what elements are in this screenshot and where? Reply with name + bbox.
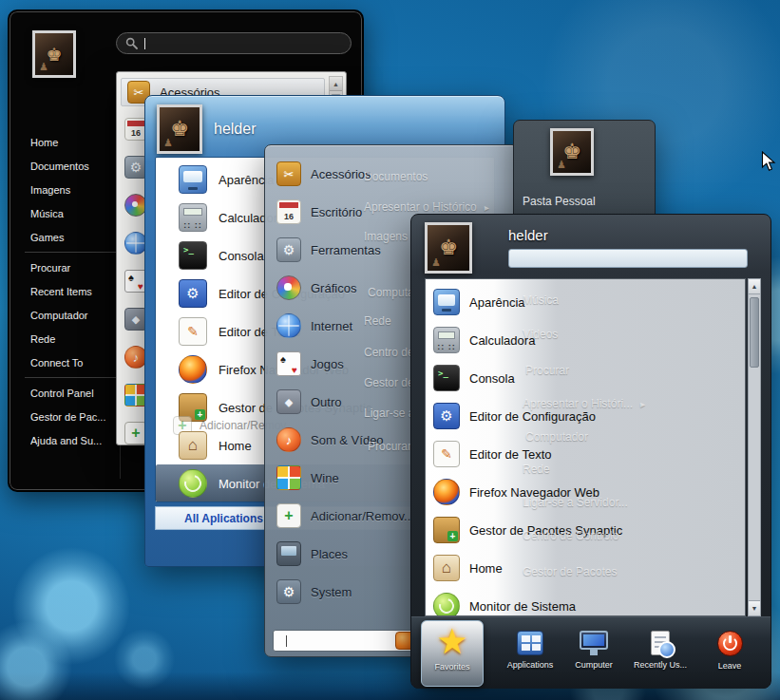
ghost-menu-item: Computador bbox=[525, 430, 588, 444]
ghost-menu-item: Ligar-se a Servidor... bbox=[523, 496, 628, 509]
other-icon bbox=[276, 389, 301, 414]
ghost-menu-item: Apresentar o Históri... bbox=[523, 397, 645, 410]
kickoff-start-menu: helder Aparência Calculadora Consola Edi… bbox=[410, 214, 771, 689]
calculator-icon bbox=[179, 203, 207, 232]
sidebar-item-procurar[interactable]: Procurar bbox=[30, 256, 120, 280]
chevron-right-icon bbox=[477, 200, 489, 214]
applications-icon bbox=[517, 631, 543, 655]
ghost-menu-item: Gestor de Pacotes bbox=[523, 565, 617, 578]
internet-icon bbox=[276, 313, 301, 338]
menu-item-label: Consola bbox=[469, 371, 515, 386]
recent-documents-icon bbox=[651, 631, 670, 655]
tab-computer[interactable]: Cumputer bbox=[563, 631, 624, 670]
ghost-menu-item: Procurar bbox=[525, 364, 569, 377]
sidebar-item-imagens[interactable]: Imagens bbox=[30, 179, 120, 202]
text-caret bbox=[286, 635, 287, 647]
config-editor-icon bbox=[179, 279, 207, 308]
sidebar-item-rede[interactable]: Rede bbox=[30, 328, 120, 351]
tab-recently-used[interactable]: Recently Us... bbox=[630, 631, 691, 670]
synaptic-icon bbox=[433, 517, 460, 543]
appearance-icon bbox=[433, 289, 460, 315]
tab-applications[interactable]: Applications bbox=[500, 631, 561, 670]
app-list-panel: Aparência Calculadora Consola Editor de … bbox=[425, 278, 746, 616]
system-icon bbox=[276, 579, 301, 604]
menu-item-label: Wine bbox=[311, 471, 339, 485]
tab-label: Cumputer bbox=[575, 660, 613, 670]
scroll-up-button[interactable] bbox=[749, 279, 760, 294]
user-avatar bbox=[32, 30, 76, 78]
menu-item-calculadora[interactable]: Calculadora bbox=[426, 321, 745, 359]
sidebar-item-documentos[interactable]: Documentos bbox=[30, 155, 120, 179]
divider bbox=[25, 377, 116, 378]
user-avatar bbox=[157, 104, 202, 154]
sidebar-item-ajuda[interactable]: Ajuda and Su... bbox=[30, 429, 120, 453]
menu-item-label: Consola bbox=[219, 249, 264, 263]
menu-item-label: Editor de Texto bbox=[469, 447, 551, 462]
menu-item-monitor-sistema[interactable]: Monitor de Sistema bbox=[426, 587, 745, 616]
menu-item-label: Gráficos bbox=[311, 281, 356, 295]
chevron-right-icon bbox=[633, 397, 645, 410]
scrollbar[interactable] bbox=[748, 278, 761, 616]
menu-item-label: Home bbox=[219, 439, 252, 453]
terminal-icon bbox=[433, 365, 460, 391]
ghost-menu-item: Rede bbox=[523, 463, 550, 476]
config-editor-icon bbox=[433, 403, 460, 429]
sound-video-icon bbox=[276, 427, 301, 452]
sidebar-item-recent-items[interactable]: Recent Items bbox=[30, 280, 120, 304]
user-name: helder bbox=[214, 121, 256, 138]
search-input[interactable] bbox=[508, 249, 748, 268]
wine-icon bbox=[276, 465, 301, 490]
text-editor-icon bbox=[179, 317, 207, 346]
ghost-menu-item: Centro de Controlo bbox=[523, 529, 618, 542]
sidebar-item-home[interactable]: Home bbox=[30, 131, 120, 155]
user-avatar bbox=[550, 128, 594, 176]
ghost-menu-item: Rede bbox=[364, 314, 391, 328]
office-icon bbox=[276, 199, 301, 224]
scrollbar-thumb[interactable] bbox=[750, 297, 759, 368]
tab-leave[interactable]: Leave bbox=[699, 631, 760, 671]
menu-item-label: Places bbox=[311, 547, 348, 561]
menu-item-label: Aparência bbox=[469, 295, 525, 310]
sidebar-item-control-panel[interactable]: Control Panel bbox=[30, 382, 120, 406]
scroll-down-button[interactable] bbox=[749, 600, 760, 615]
menu-item-consola[interactable]: Consola bbox=[426, 359, 745, 397]
ghost-menu-item: Documentos bbox=[364, 170, 428, 183]
menu-item-label: Home bbox=[469, 561, 503, 576]
sidebar-item-connect-to[interactable]: Connect To bbox=[30, 351, 120, 375]
menu-item-label: Ferramentas bbox=[311, 243, 381, 257]
bottom-tab-bar: Favorites Applications Cumputer Recently… bbox=[411, 616, 770, 689]
sidebar-item-computador[interactable]: Computador bbox=[30, 304, 120, 328]
user-name: helder bbox=[508, 227, 548, 243]
ghost-label: Apresentar o Históri... bbox=[523, 397, 633, 410]
ghost-label: Apresentar o Histórico bbox=[364, 200, 477, 214]
system-monitor-icon bbox=[179, 469, 207, 498]
menu-item-label: Acessórios bbox=[311, 167, 371, 181]
text-caret bbox=[144, 38, 145, 49]
divider bbox=[25, 252, 116, 253]
sidebar-item-musica[interactable]: Música bbox=[30, 202, 120, 226]
desktop: Home Documentos Imagens Música Games Pro… bbox=[0, 0, 780, 700]
power-icon bbox=[717, 631, 743, 656]
tab-favorites[interactable]: Favorites bbox=[421, 620, 484, 687]
home-icon bbox=[179, 431, 207, 460]
sidebar-item-gestor-pacotes[interactable]: Gestor de Pac... bbox=[30, 406, 120, 429]
tools-icon bbox=[276, 237, 301, 262]
accessories-icon bbox=[276, 161, 301, 186]
menu-item-label: Escritório bbox=[311, 205, 362, 219]
text-editor-icon bbox=[433, 441, 460, 467]
menu-title: Pasta Pessoal bbox=[523, 195, 596, 208]
search-input[interactable] bbox=[273, 630, 417, 652]
firefox-icon bbox=[433, 479, 460, 505]
scroll-up-button[interactable] bbox=[330, 77, 342, 91]
search-input[interactable] bbox=[116, 32, 352, 54]
sidebar-item-games[interactable]: Games bbox=[30, 226, 120, 250]
tab-label: Recently Us... bbox=[634, 660, 687, 670]
ghost-menu-item: Música bbox=[523, 293, 559, 307]
ghost-menu-item: Imagens bbox=[364, 230, 408, 243]
system-monitor-icon bbox=[433, 593, 460, 616]
menu-item-label: Monitor de Sistema bbox=[469, 599, 576, 614]
menu-item-label: Jogos bbox=[311, 357, 344, 371]
games-icon bbox=[276, 351, 301, 376]
menu-item-aparencia[interactable]: Aparência bbox=[426, 283, 745, 321]
menu-item-label: Editor de Configuração bbox=[469, 409, 596, 424]
